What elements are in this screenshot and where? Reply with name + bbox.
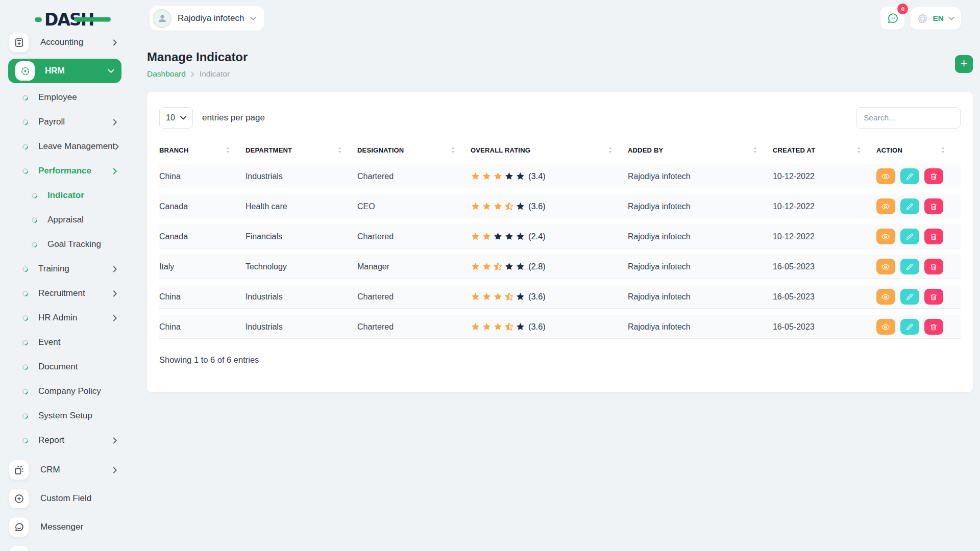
rating-value: (3.4)	[528, 171, 546, 181]
view-button[interactable]	[876, 198, 895, 214]
star-empty-icon	[516, 292, 525, 302]
pencil-icon	[905, 293, 914, 301]
view-button[interactable]	[876, 229, 895, 244]
sidebar-item-employee[interactable]: Employee	[0, 85, 133, 110]
column-header-action[interactable]: ACTION	[876, 142, 961, 158]
trash-icon	[929, 203, 938, 211]
sidebar-item-calendar[interactable]: Calendar	[0, 541, 133, 551]
bullet-icon	[21, 93, 30, 102]
sidebar-item-goal-tracking[interactable]: Goal Tracking	[0, 232, 133, 257]
sort-icon[interactable]	[856, 146, 861, 154]
sidebar-item-company-policy[interactable]: Company Policy	[0, 379, 133, 404]
column-header-branch[interactable]: BRANCH	[159, 142, 246, 158]
delete-button[interactable]	[924, 198, 943, 214]
column-header-overall-rating[interactable]: OVERALL RATING	[471, 142, 628, 158]
entries-per-page-value: 10	[166, 113, 175, 122]
view-button[interactable]	[876, 289, 895, 305]
star-full-icon	[471, 292, 480, 302]
sort-icon[interactable]	[337, 146, 342, 154]
sidebar-item-system-setup[interactable]: System Setup	[0, 404, 133, 428]
star-full-icon	[493, 202, 503, 211]
table-row: ChinaIndustrialsChartered(3.6)Rajodiya i…	[159, 285, 961, 309]
action-buttons	[876, 168, 943, 184]
sidebar-item-performance[interactable]: Performance	[0, 159, 133, 183]
cell-created-at: 16-05-2023	[773, 255, 876, 279]
column-header-created-at[interactable]: CREATED AT	[773, 142, 876, 158]
chevron-right-icon	[113, 315, 117, 321]
sidebar-item-event[interactable]: Event	[0, 330, 133, 355]
view-button[interactable]	[876, 168, 895, 184]
column-header-added-by[interactable]: ADDED BY	[628, 142, 773, 158]
bullet-icon	[21, 314, 30, 322]
cell-added-by: Rajodiya infotech	[628, 164, 773, 188]
sidebar-item-label: Company Policy	[38, 386, 101, 396]
edit-button[interactable]	[900, 229, 919, 244]
column-label: ACTION	[876, 146, 902, 154]
sidebar-item-leave-management[interactable]: Leave Management	[0, 134, 133, 159]
delete-button[interactable]	[924, 168, 943, 184]
star-rating	[471, 232, 525, 241]
view-button[interactable]	[876, 259, 895, 274]
edit-button[interactable]	[900, 259, 919, 274]
cell-action	[876, 224, 961, 248]
search-input[interactable]	[856, 107, 961, 129]
view-button[interactable]	[876, 319, 895, 335]
sort-icon[interactable]	[608, 146, 612, 154]
sidebar-item-hrm[interactable]: HRM	[8, 59, 121, 83]
bullet-icon	[21, 412, 30, 420]
indicator-table: BRANCHDEPARTMENTDESIGNATIONOVERALL RATIN…	[159, 142, 961, 365]
star-full-icon	[471, 322, 480, 332]
table-body: ChinaIndustrialsChartered(3.4)Rajodiya i…	[159, 164, 961, 339]
sidebar-item-messenger[interactable]: Messenger	[0, 513, 133, 541]
sidebar-item-label: Performance	[38, 166, 91, 176]
chevron-right-icon	[113, 119, 117, 126]
sidebar-item-indicator[interactable]: Indicator	[0, 183, 133, 208]
sidebar-item-accounting[interactable]: Accounting	[0, 28, 133, 57]
entries-per-page-select[interactable]: 10	[159, 107, 193, 129]
cell-designation: Chartered	[357, 285, 471, 309]
cell-branch: China	[159, 164, 246, 188]
sidebar-item-training[interactable]: Training	[0, 257, 133, 281]
cell-overall-rating: (3.6)	[471, 194, 628, 218]
edit-button[interactable]	[900, 198, 919, 214]
sidebar-item-report[interactable]: Report	[0, 428, 133, 453]
app-logo[interactable]: DASH	[35, 10, 93, 29]
sidebar-item-label: System Setup	[38, 411, 92, 421]
edit-button[interactable]	[900, 289, 919, 305]
sidebar-item-hr-admin[interactable]: HR Admin	[0, 306, 133, 330]
indicator-table-card: 10 entries per page BRANCHDEPARTMENTDESI…	[147, 92, 973, 392]
sidebar-item-appraisal[interactable]: Appraisal	[0, 208, 133, 232]
edit-button[interactable]	[900, 319, 919, 335]
chevron-right-icon	[113, 266, 117, 272]
delete-button[interactable]	[924, 259, 943, 274]
sidebar-item-crm[interactable]: CRM	[0, 456, 133, 484]
bullet-icon	[21, 142, 30, 151]
delete-button[interactable]	[924, 229, 943, 244]
sort-icon[interactable]	[753, 146, 757, 154]
sort-icon[interactable]	[226, 146, 230, 154]
cell-overall-rating: (3.6)	[471, 315, 628, 339]
star-full-icon	[493, 322, 503, 332]
star-half-icon	[504, 292, 514, 302]
column-label: CREATED AT	[773, 146, 815, 154]
sidebar-item-recruitment[interactable]: Recruitment	[0, 281, 133, 306]
sidebar-item-document[interactable]: Document	[0, 355, 133, 379]
column-header-department[interactable]: DEPARTMENT	[246, 142, 357, 158]
sort-icon[interactable]	[451, 146, 455, 154]
edit-button[interactable]	[900, 168, 919, 184]
add-indicator-button[interactable]: +	[955, 55, 973, 73]
column-header-designation[interactable]: DESIGNATION	[357, 142, 471, 158]
star-full-icon	[482, 292, 492, 302]
eye-icon	[881, 172, 890, 181]
sort-icon[interactable]	[941, 146, 945, 154]
column-label: OVERALL RATING	[471, 146, 530, 154]
sidebar-item-payroll[interactable]: Payroll	[0, 110, 133, 134]
cell-added-by: Rajodiya infotech	[628, 255, 773, 279]
breadcrumb-dashboard-link[interactable]: Dashboard	[147, 69, 186, 79]
cell-added-by: Rajodiya infotech	[628, 285, 773, 309]
delete-button[interactable]	[924, 289, 943, 305]
delete-button[interactable]	[924, 319, 943, 335]
crm-icon	[9, 460, 29, 480]
cell-designation: Manager	[357, 255, 471, 279]
sidebar-item-custom-field[interactable]: Custom Field	[0, 484, 133, 513]
